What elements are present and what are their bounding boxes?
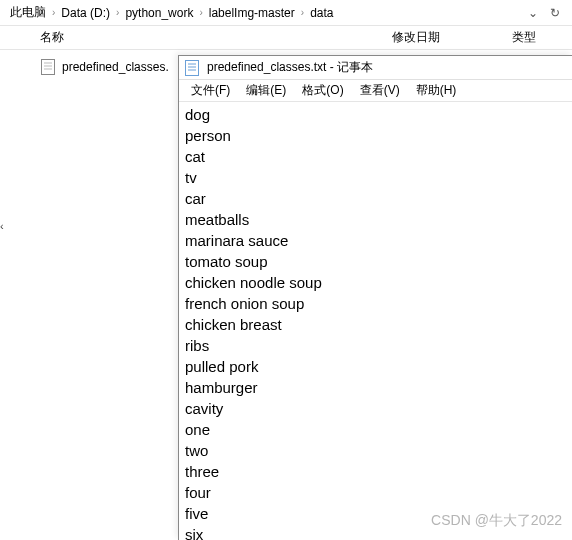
text-line: chicken breast [185, 314, 566, 335]
text-line: marinara sauce [185, 230, 566, 251]
text-file-icon [40, 59, 56, 75]
chevron-right-icon: › [114, 7, 121, 18]
text-line: meatballs [185, 209, 566, 230]
chevron-right-icon: › [197, 7, 204, 18]
crumb-folder-2[interactable]: labelImg-master [205, 6, 299, 20]
crumb-drive[interactable]: Data (D:) [57, 6, 114, 20]
chevron-down-icon[interactable]: ⌄ [522, 3, 544, 23]
menu-view[interactable]: 查看(V) [352, 82, 408, 99]
text-line: ribs [185, 335, 566, 356]
text-line: cavity [185, 398, 566, 419]
column-date[interactable]: 修改日期 [392, 29, 512, 46]
text-line: cat [185, 146, 566, 167]
chevron-right-icon: › [50, 7, 57, 18]
menu-file[interactable]: 文件(F) [183, 82, 238, 99]
text-line: hamburger [185, 377, 566, 398]
text-line: tomato soup [185, 251, 566, 272]
refresh-icon[interactable]: ↻ [544, 3, 566, 23]
notepad-title: predefined_classes.txt - 记事本 [207, 59, 373, 76]
text-line: chicken noodle soup [185, 272, 566, 293]
crumb-computer[interactable]: 此电脑 [6, 4, 50, 21]
text-line: five [185, 503, 566, 524]
svg-rect-4 [186, 60, 199, 75]
text-line: car [185, 188, 566, 209]
text-line: pulled pork [185, 356, 566, 377]
menu-help[interactable]: 帮助(H) [408, 82, 465, 99]
notepad-textarea[interactable]: dogpersoncattvcarmeatballsmarinara sauce… [179, 102, 572, 540]
crumb-folder-3[interactable]: data [306, 6, 337, 20]
notepad-icon [185, 60, 201, 76]
text-line: six [185, 524, 566, 540]
notepad-menubar: 文件(F) 编辑(E) 格式(O) 查看(V) 帮助(H) [179, 80, 572, 102]
notepad-titlebar[interactable]: predefined_classes.txt - 记事本 [179, 56, 572, 80]
notepad-window: predefined_classes.txt - 记事本 文件(F) 编辑(E)… [178, 55, 572, 540]
text-line: tv [185, 167, 566, 188]
column-type[interactable]: 类型 [512, 29, 572, 46]
left-panel-edge: ‹ [0, 220, 10, 240]
menu-edit[interactable]: 编辑(E) [238, 82, 294, 99]
text-line: person [185, 125, 566, 146]
column-name[interactable]: 名称 [36, 29, 392, 46]
text-line: two [185, 440, 566, 461]
text-line: three [185, 461, 566, 482]
breadcrumb: 此电脑 › Data (D:) › python_work › labelImg… [0, 0, 572, 26]
crumb-folder-1[interactable]: python_work [121, 6, 197, 20]
chevron-right-icon: › [299, 7, 306, 18]
menu-format[interactable]: 格式(O) [294, 82, 351, 99]
text-line: french onion soup [185, 293, 566, 314]
text-line: dog [185, 104, 566, 125]
file-name: predefined_classes. [62, 60, 169, 74]
file-list-header: 名称 修改日期 类型 [0, 26, 572, 50]
text-line: one [185, 419, 566, 440]
text-line: four [185, 482, 566, 503]
svg-rect-0 [42, 60, 55, 75]
